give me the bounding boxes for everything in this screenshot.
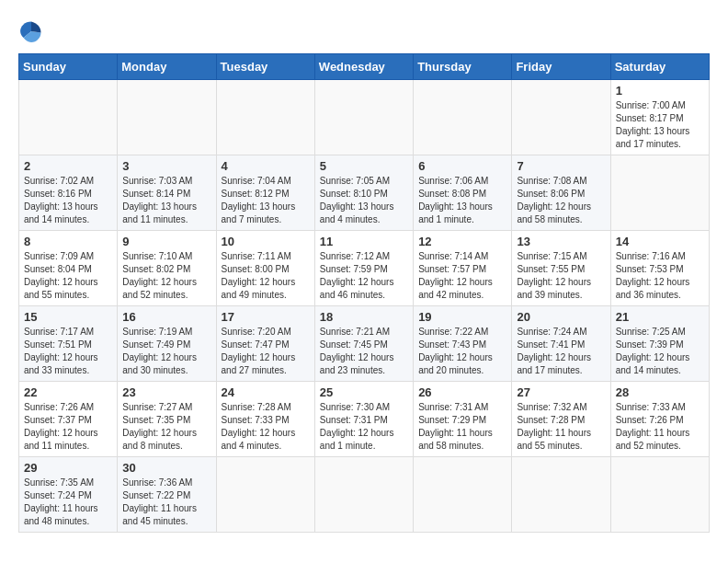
- day-info: Sunrise: 7:11 AMSunset: 8:00 PMDaylight:…: [222, 250, 310, 302]
- day-number: 15: [24, 310, 112, 324]
- day-number: 24: [222, 385, 310, 399]
- empty-cell: [414, 80, 512, 155]
- calendar-day: 13Sunrise: 7:15 AMSunset: 7:55 PMDayligh…: [512, 231, 610, 306]
- calendar-day: 18Sunrise: 7:21 AMSunset: 7:45 PMDayligh…: [314, 306, 413, 382]
- day-number: 9: [122, 235, 210, 248]
- calendar-day: 26Sunrise: 7:31 AMSunset: 7:29 PMDayligh…: [414, 382, 512, 457]
- day-number: 5: [320, 159, 408, 173]
- day-info: Sunrise: 7:28 AMSunset: 7:33 PMDaylight:…: [222, 401, 310, 453]
- calendar-day: 22Sunrise: 7:26 AMSunset: 7:37 PMDayligh…: [19, 382, 118, 457]
- calendar-day: 23Sunrise: 7:27 AMSunset: 7:35 PMDayligh…: [118, 382, 216, 457]
- empty-cell: [216, 457, 314, 533]
- day-info: Sunrise: 7:02 AMSunset: 8:16 PMDaylight:…: [24, 175, 112, 226]
- empty-cell: [512, 457, 610, 533]
- day-header-friday: Friday: [512, 54, 610, 80]
- day-info: Sunrise: 7:26 AMSunset: 7:37 PMDaylight:…: [24, 401, 112, 453]
- calendar-day: 3Sunrise: 7:03 AMSunset: 8:14 PMDaylight…: [118, 155, 216, 231]
- calendar-day: 21Sunrise: 7:25 AMSunset: 7:39 PMDayligh…: [610, 306, 709, 382]
- calendar-day: 5Sunrise: 7:05 AMSunset: 8:10 PMDaylight…: [314, 155, 413, 231]
- calendar-day: 6Sunrise: 7:06 AMSunset: 8:08 PMDaylight…: [414, 155, 512, 231]
- day-number: 25: [320, 385, 408, 399]
- day-info: Sunrise: 7:19 AMSunset: 7:49 PMDaylight:…: [122, 326, 210, 377]
- day-info: Sunrise: 7:16 AMSunset: 7:53 PMDaylight:…: [616, 250, 704, 302]
- day-header-tuesday: Tuesday: [216, 54, 314, 80]
- calendar-day: 1Sunrise: 7:00 AMSunset: 8:17 PMDaylight…: [610, 80, 709, 155]
- day-number: 21: [616, 310, 704, 324]
- day-info: Sunrise: 7:35 AMSunset: 7:24 PMDaylight:…: [24, 477, 112, 528]
- day-number: 30: [122, 461, 210, 475]
- day-number: 3: [122, 159, 210, 173]
- day-info: Sunrise: 7:17 AMSunset: 7:51 PMDaylight:…: [24, 326, 112, 377]
- calendar-row: 22Sunrise: 7:26 AMSunset: 7:37 PMDayligh…: [19, 382, 710, 457]
- day-header-monday: Monday: [118, 54, 216, 80]
- empty-cell: [314, 80, 413, 155]
- calendar-day: 30Sunrise: 7:36 AMSunset: 7:22 PMDayligh…: [118, 457, 216, 533]
- day-info: Sunrise: 7:21 AMSunset: 7:45 PMDaylight:…: [320, 326, 408, 377]
- calendar-day: 29Sunrise: 7:35 AMSunset: 7:24 PMDayligh…: [19, 457, 118, 533]
- logo: [18, 18, 48, 44]
- day-number: 7: [517, 159, 605, 173]
- calendar-row: 2Sunrise: 7:02 AMSunset: 8:16 PMDaylight…: [19, 155, 710, 231]
- logo-icon: [18, 18, 44, 44]
- day-info: Sunrise: 7:25 AMSunset: 7:39 PMDaylight:…: [616, 326, 704, 377]
- calendar-day: 27Sunrise: 7:32 AMSunset: 7:28 PMDayligh…: [512, 382, 610, 457]
- day-number: 10: [222, 235, 310, 248]
- day-number: 28: [616, 385, 704, 399]
- day-number: 1: [616, 84, 704, 98]
- calendar-row: 29Sunrise: 7:35 AMSunset: 7:24 PMDayligh…: [19, 457, 710, 533]
- calendar-day: 2Sunrise: 7:02 AMSunset: 8:16 PMDaylight…: [19, 155, 118, 231]
- day-info: Sunrise: 7:24 AMSunset: 7:41 PMDaylight:…: [517, 326, 605, 377]
- day-info: Sunrise: 7:08 AMSunset: 8:06 PMDaylight:…: [517, 175, 605, 226]
- calendar-day: 8Sunrise: 7:09 AMSunset: 8:04 PMDaylight…: [19, 231, 118, 306]
- empty-cell: [19, 80, 118, 155]
- day-info: Sunrise: 7:00 AMSunset: 8:17 PMDaylight:…: [616, 99, 704, 151]
- day-number: 16: [122, 310, 210, 324]
- day-number: 6: [418, 159, 506, 173]
- day-number: 22: [24, 385, 112, 399]
- day-info: Sunrise: 7:12 AMSunset: 7:59 PMDaylight:…: [320, 250, 408, 302]
- calendar-day: 20Sunrise: 7:24 AMSunset: 7:41 PMDayligh…: [512, 306, 610, 382]
- calendar-day: 7Sunrise: 7:08 AMSunset: 8:06 PMDaylight…: [512, 155, 610, 231]
- day-number: 8: [24, 235, 112, 248]
- day-info: Sunrise: 7:20 AMSunset: 7:47 PMDaylight:…: [222, 326, 310, 377]
- empty-cell: [314, 457, 413, 533]
- day-number: 29: [24, 461, 112, 475]
- empty-cell: [216, 80, 314, 155]
- day-number: 19: [418, 310, 506, 324]
- day-info: Sunrise: 7:15 AMSunset: 7:55 PMDaylight:…: [517, 250, 605, 302]
- day-number: 14: [616, 235, 704, 248]
- day-info: Sunrise: 7:05 AMSunset: 8:10 PMDaylight:…: [320, 175, 408, 226]
- day-header-thursday: Thursday: [414, 54, 512, 80]
- day-info: Sunrise: 7:22 AMSunset: 7:43 PMDaylight:…: [418, 326, 506, 377]
- calendar-day: 14Sunrise: 7:16 AMSunset: 7:53 PMDayligh…: [610, 231, 709, 306]
- calendar-row: 8Sunrise: 7:09 AMSunset: 8:04 PMDaylight…: [19, 231, 710, 306]
- day-info: Sunrise: 7:36 AMSunset: 7:22 PMDaylight:…: [122, 477, 210, 528]
- calendar-day: 19Sunrise: 7:22 AMSunset: 7:43 PMDayligh…: [414, 306, 512, 382]
- empty-cell: [118, 80, 216, 155]
- day-number: 20: [517, 310, 605, 324]
- calendar-day: 10Sunrise: 7:11 AMSunset: 8:00 PMDayligh…: [216, 231, 314, 306]
- day-info: Sunrise: 7:03 AMSunset: 8:14 PMDaylight:…: [122, 175, 210, 226]
- calendar-day: 12Sunrise: 7:14 AMSunset: 7:57 PMDayligh…: [414, 231, 512, 306]
- calendar-day: 24Sunrise: 7:28 AMSunset: 7:33 PMDayligh…: [216, 382, 314, 457]
- day-info: Sunrise: 7:30 AMSunset: 7:31 PMDaylight:…: [320, 401, 408, 453]
- day-number: 17: [222, 310, 310, 324]
- calendar-table: SundayMondayTuesdayWednesdayThursdayFrid…: [18, 53, 710, 533]
- calendar-day: 9Sunrise: 7:10 AMSunset: 8:02 PMDaylight…: [118, 231, 216, 306]
- day-info: Sunrise: 7:06 AMSunset: 8:08 PMDaylight:…: [418, 175, 506, 226]
- calendar-day: 17Sunrise: 7:20 AMSunset: 7:47 PMDayligh…: [216, 306, 314, 382]
- calendar-day: 15Sunrise: 7:17 AMSunset: 7:51 PMDayligh…: [19, 306, 118, 382]
- calendar-day: 28Sunrise: 7:33 AMSunset: 7:26 PMDayligh…: [610, 382, 709, 457]
- day-number: 13: [517, 235, 605, 248]
- empty-cell: [414, 457, 512, 533]
- day-number: 11: [320, 235, 408, 248]
- day-info: Sunrise: 7:04 AMSunset: 8:12 PMDaylight:…: [222, 175, 310, 226]
- day-info: Sunrise: 7:31 AMSunset: 7:29 PMDaylight:…: [418, 401, 506, 453]
- day-info: Sunrise: 7:09 AMSunset: 8:04 PMDaylight:…: [24, 250, 112, 302]
- calendar-row: 1Sunrise: 7:00 AMSunset: 8:17 PMDaylight…: [19, 80, 710, 155]
- day-info: Sunrise: 7:33 AMSunset: 7:26 PMDaylight:…: [616, 401, 704, 453]
- calendar-day: 16Sunrise: 7:19 AMSunset: 7:49 PMDayligh…: [118, 306, 216, 382]
- day-info: Sunrise: 7:32 AMSunset: 7:28 PMDaylight:…: [517, 401, 605, 453]
- day-header-wednesday: Wednesday: [314, 54, 413, 80]
- calendar-day: 4Sunrise: 7:04 AMSunset: 8:12 PMDaylight…: [216, 155, 314, 231]
